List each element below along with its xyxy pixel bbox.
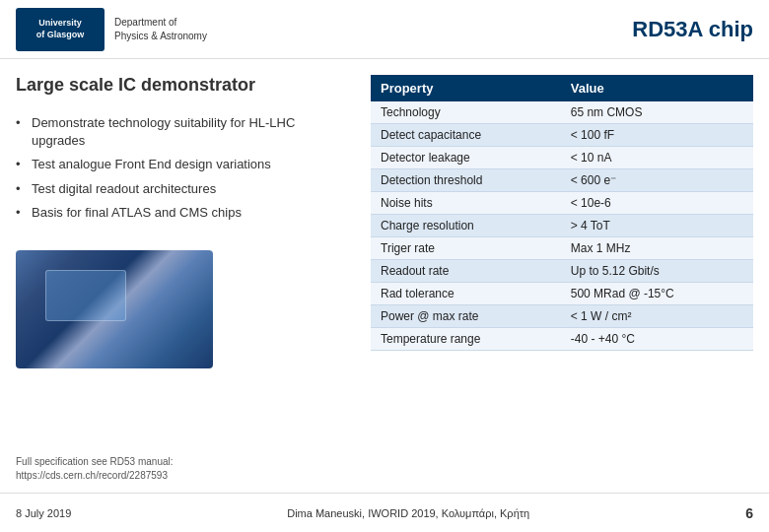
page-number: 6: [745, 505, 753, 521]
header: University of Glasgow Department of Phys…: [0, 0, 769, 59]
property-cell: Triger rate: [371, 237, 561, 260]
table-header-row: Property Value: [371, 75, 753, 101]
property-cell: Rad tolerance: [371, 283, 561, 305]
main-content: Large scale IC demonstrator Demonstrate …: [0, 59, 769, 493]
table-row: Detect capacitance< 100 fF: [371, 124, 753, 147]
footer-conference: Dima Maneuski, IWORID 2019, Κολυμπάρι, Κ…: [287, 507, 529, 519]
value-cell: Up to 5.12 Gbit/s: [561, 260, 753, 283]
table-row: Detector leakage< 10 nA: [371, 147, 753, 169]
col-property-header: Property: [371, 75, 561, 101]
footer: 8 July 2019 Dima Maneuski, IWORID 2019, …: [0, 493, 769, 532]
logo-area: University of Glasgow Department of Phys…: [16, 8, 207, 51]
properties-table: Property Value Technology65 nm CMOSDetec…: [371, 75, 753, 351]
value-cell: -40 - +40 °C: [561, 328, 753, 351]
logo-text: University of Glasgow: [36, 18, 85, 40]
table-body: Technology65 nm CMOSDetect capacitance< …: [371, 101, 753, 351]
col-value-header: Value: [561, 75, 753, 101]
table-row: Readout rateUp to 5.12 Gbit/s: [371, 260, 753, 283]
section-title: Large scale IC demonstrator: [16, 75, 351, 96]
property-cell: Detector leakage: [371, 147, 561, 169]
full-spec-line1: Full specification see RD53 manual:: [16, 456, 174, 467]
value-cell: 500 MRad @ -15°C: [561, 283, 753, 305]
left-column: Large scale IC demonstrator Demonstrate …: [16, 75, 351, 485]
bullet-item: Test analogue Front End design variation…: [16, 153, 351, 176]
value-cell: > 4 ToT: [561, 215, 753, 237]
table-row: Power @ max rate< 1 W / cm²: [371, 305, 753, 328]
bullet-item: Basis for final ATLAS and CMS chips: [16, 201, 351, 225]
bullet-item: Demonstrate technology suitability for H…: [16, 111, 351, 153]
department-text: Department of Physics & Astronomy: [114, 16, 207, 43]
value-cell: < 10e-6: [561, 192, 753, 215]
bullet-item: Test digital readout architectures: [16, 177, 351, 201]
table-row: Triger rateMax 1 MHz: [371, 237, 753, 260]
property-cell: Power @ max rate: [371, 305, 561, 328]
dept-line1: Department of: [114, 17, 176, 28]
table-row: Detection threshold< 600 e⁻: [371, 169, 753, 192]
full-spec-line2: https://cds.cern.ch/record/2287593: [16, 470, 168, 481]
property-cell: Detection threshold: [371, 169, 561, 192]
table-row: Technology65 nm CMOS: [371, 101, 753, 124]
dept-line2: Physics & Astronomy: [114, 31, 207, 41]
full-spec-note: Full specification see RD53 manual: http…: [16, 455, 174, 483]
value-cell: < 10 nA: [561, 147, 753, 169]
value-cell: 65 nm CMOS: [561, 101, 753, 124]
logo-line2: of Glasgow: [36, 30, 85, 39]
university-logo: University of Glasgow: [16, 8, 105, 51]
property-cell: Readout rate: [371, 260, 561, 283]
value-cell: < 600 e⁻: [561, 169, 753, 192]
chip-image: [16, 250, 213, 368]
table-row: Rad tolerance500 MRad @ -15°C: [371, 283, 753, 305]
property-cell: Detect capacitance: [371, 124, 561, 147]
right-column: Property Value Technology65 nm CMOSDetec…: [371, 75, 753, 485]
value-cell: < 1 W / cm²: [561, 305, 753, 328]
property-cell: Technology: [371, 101, 561, 124]
slide-title: RD53A chip: [632, 17, 753, 42]
table-row: Charge resolution> 4 ToT: [371, 215, 753, 237]
bullet-list: Demonstrate technology suitability for H…: [16, 111, 351, 225]
logo-line1: University: [38, 18, 82, 28]
property-cell: Noise hits: [371, 192, 561, 215]
value-cell: < 100 fF: [561, 124, 753, 147]
property-cell: Temperature range: [371, 328, 561, 351]
value-cell: Max 1 MHz: [561, 237, 753, 260]
property-cell: Charge resolution: [371, 215, 561, 237]
table-row: Noise hits< 10e-6: [371, 192, 753, 215]
footer-date: 8 July 2019: [16, 507, 71, 519]
table-row: Temperature range-40 - +40 °C: [371, 328, 753, 351]
